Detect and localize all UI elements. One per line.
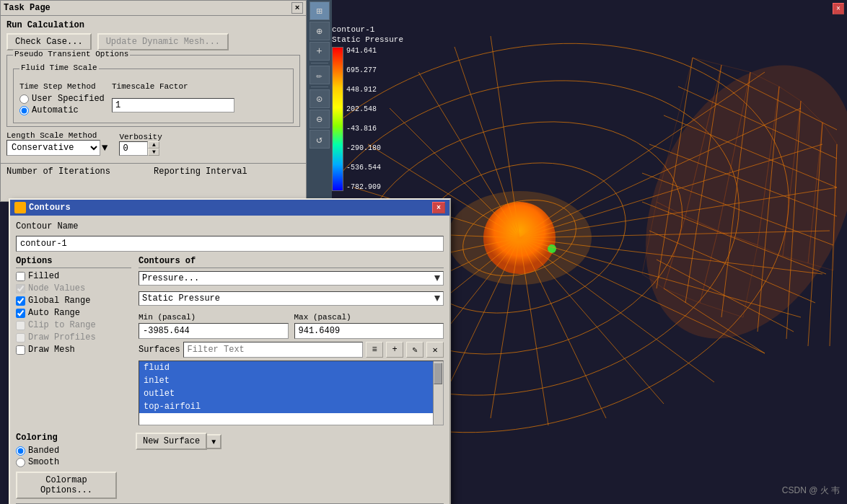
toolbar-divider-2 <box>311 87 328 87</box>
contours-type-select[interactable]: Static Pressure Total Pressure Dynamic P… <box>139 291 444 306</box>
new-surface-button-group: New Surface ▼ <box>136 433 221 450</box>
surface-item-fluid[interactable]: fluid <box>139 361 443 374</box>
surfaces-delete-btn[interactable]: ✕ <box>426 342 444 358</box>
surface-item-outlet[interactable]: outlet <box>139 387 443 400</box>
verbosity-spinner[interactable]: ▲ ▼ <box>148 141 159 156</box>
bottom-row: Number of Iterations Reporting Interval <box>1 163 306 180</box>
contour-name-input[interactable]: contour-1 <box>16 236 444 252</box>
scrollbar-thumb[interactable] <box>434 363 442 384</box>
new-surface-dropdown-button[interactable]: ▼ <box>207 434 221 449</box>
verbosity-down-button[interactable]: ▼ <box>148 149 159 156</box>
contours-dialog-close-button[interactable]: × <box>432 202 445 213</box>
surfaces-scrollbar[interactable] <box>433 361 443 425</box>
contours-category-select[interactable]: Pressure... Velocity... Temperature... <box>139 271 444 286</box>
contours-dialog: Contours × Contour Name contour-1 Option… <box>9 198 451 504</box>
contours-dialog-title: Contours <box>29 203 71 213</box>
automatic-radio[interactable] <box>19 106 29 115</box>
filled-checkbox[interactable] <box>16 272 25 281</box>
surfaces-list-btn[interactable]: ≡ <box>366 342 383 358</box>
max-value-input[interactable]: 941.6409 <box>294 323 444 339</box>
clip-to-range-label: Clip to Range <box>28 320 96 330</box>
dialog-icon <box>14 202 26 213</box>
banded-option[interactable]: Banded <box>16 446 131 456</box>
global-range-checkbox[interactable] <box>16 296 25 306</box>
task-panel-close-button[interactable]: × <box>291 2 303 14</box>
contours-of-column: Contours of Pressure... Velocity... Temp… <box>139 256 444 428</box>
colormap-options-button[interactable]: Colormap Options... <box>16 472 117 499</box>
user-specified-radio[interactable] <box>19 94 29 104</box>
length-scale-dropdown-icon[interactable]: ▼ <box>102 142 107 154</box>
color-scale-label1: contour-1 <box>332 25 403 34</box>
dialog-columns: Options Filled Node Values Global Range … <box>16 256 444 428</box>
surfaces-edit-btn[interactable]: ✎ <box>406 342 423 358</box>
task-panel-title: Task Page <box>4 3 51 13</box>
scale-value-3: 448.912 <box>346 86 381 94</box>
draw-mesh-checkbox[interactable] <box>16 345 25 355</box>
scale-value-2: 695.277 <box>346 66 381 74</box>
surfaces-list[interactable]: fluid inlet outlet top-airfoil <box>139 361 444 425</box>
zoom-in-button[interactable]: ⊕ <box>310 22 330 40</box>
time-step-method-label: Time Step Method <box>19 82 106 91</box>
pencil-button[interactable]: ✏ <box>310 66 330 84</box>
auto-range-checkbox[interactable] <box>16 309 25 318</box>
toolbar-divider-1 <box>311 63 328 63</box>
scale-value-7: -536.544 <box>346 164 381 172</box>
update-dynamic-mesh-button[interactable]: Update Dynamic Mesh... <box>97 33 229 50</box>
zoom-out-button[interactable]: ⊖ <box>310 110 330 128</box>
scale-value-8: -782.909 <box>346 183 381 191</box>
color-bar <box>332 47 343 191</box>
banded-radio[interactable] <box>16 446 25 456</box>
smooth-option[interactable]: Smooth <box>16 457 131 467</box>
csdn-watermark: CSDN @ 火 韦 <box>782 485 840 497</box>
contour-name-label: Contour Name <box>16 221 78 231</box>
global-range-option[interactable]: Global Range <box>16 296 131 306</box>
surface-item-top-airfoil[interactable]: top-airfoil <box>139 400 443 413</box>
new-surface-container: New Surface ▼ <box>136 433 444 450</box>
node-values-option: Node Values <box>16 283 131 293</box>
pseudo-transient-label: Pseudo Transient Options <box>13 50 130 58</box>
timescale-factor-label: Timescale Factor <box>112 82 188 91</box>
coloring-group: Coloring Banded Smooth Colormap Options.… <box>16 433 131 499</box>
min-value-input[interactable]: -3985.644 <box>139 323 289 339</box>
draw-profiles-checkbox <box>16 333 25 342</box>
filled-option[interactable]: Filled <box>16 271 131 281</box>
color-scale-label2: Static Pressure <box>332 35 403 44</box>
max-col: Max (pascal) 941.6409 <box>294 313 444 339</box>
verbosity-up-button[interactable]: ▲ <box>148 141 159 149</box>
num-iterations-label: Number of Iterations <box>6 167 110 177</box>
surface-item-inlet[interactable]: inlet <box>139 374 443 387</box>
global-range-label: Global Range <box>28 296 90 306</box>
surfaces-label: Surfaces <box>139 345 180 355</box>
zoom-fit-button[interactable]: ⊙ <box>310 89 330 108</box>
node-values-checkbox <box>16 284 25 293</box>
surfaces-add-btn[interactable]: + <box>386 342 403 358</box>
toolbar-vertical: ⊞ ⊕ + ✏ ⊙ ⊖ ↺ <box>307 0 332 202</box>
verbosity-label: Verbosity <box>119 133 162 141</box>
filled-label: Filled <box>28 271 59 281</box>
surfaces-filter-input[interactable] <box>183 342 363 358</box>
fit-view-button[interactable]: ⊞ <box>310 1 330 20</box>
automatic-label: Automatic <box>32 105 79 115</box>
min-max-row: Min (pascal) -3985.644 Max (pascal) 941.… <box>139 313 444 339</box>
reporting-interval-label: Reporting Interval <box>154 167 247 177</box>
verbosity-input[interactable]: 0 <box>119 141 148 156</box>
timescale-factor-input[interactable]: 1 <box>112 98 234 112</box>
min-col: Min (pascal) -3985.644 <box>139 313 289 339</box>
rotate-button[interactable]: ↺ <box>310 130 330 149</box>
run-calculation-title: Run Calculation <box>6 20 300 30</box>
cfd-close-button[interactable]: × <box>833 3 844 14</box>
fluid-time-scale-label: Fluid Time Scale <box>19 63 99 72</box>
dialog-bottom-area: Coloring Banded Smooth Colormap Options.… <box>16 433 444 499</box>
smooth-radio[interactable] <box>16 458 25 467</box>
auto-range-option[interactable]: Auto Range <box>16 308 131 318</box>
scale-value-5: -43.816 <box>346 125 381 133</box>
zoom-in-2-button[interactable]: + <box>310 42 330 61</box>
draw-mesh-option[interactable]: Draw Mesh <box>16 345 131 355</box>
options-title: Options <box>16 256 131 268</box>
new-surface-button[interactable]: New Surface <box>136 433 207 450</box>
check-case-button[interactable]: Check Case... <box>6 33 92 50</box>
draw-profiles-label: Draw Profiles <box>28 332 96 342</box>
surfaces-row: Surfaces ≡ + ✎ ✕ <box>139 342 444 358</box>
length-scale-method-select[interactable]: Conservative Aggressive Moderate <box>6 140 100 156</box>
scale-value-4: 202.548 <box>346 105 381 113</box>
